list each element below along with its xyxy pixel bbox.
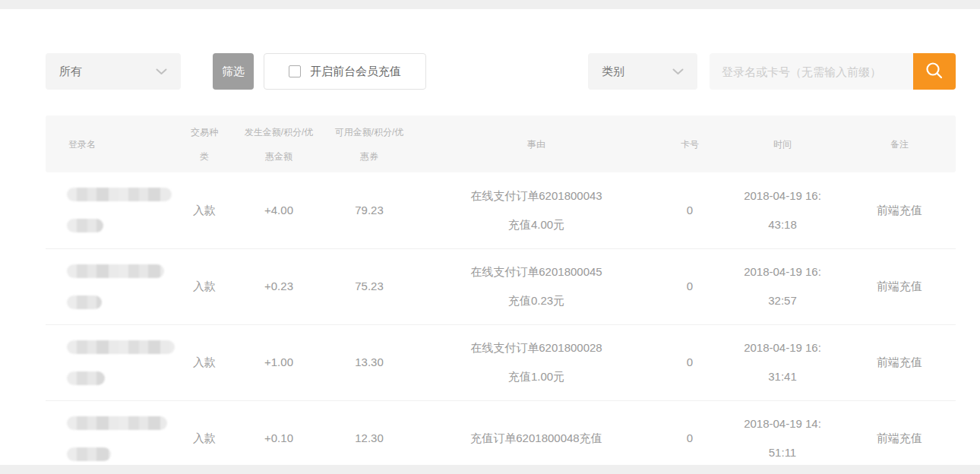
front-recharge-checkbox-group[interactable]: 开启前台会员充值: [264, 53, 426, 90]
search-group: [710, 53, 956, 90]
card-cell: 0: [658, 400, 722, 465]
redacted-login-line2: [67, 219, 103, 232]
reason-cell: 在线支付订单6201800045充值0.23元: [415, 248, 658, 324]
remark-cell: 前端充值: [843, 400, 956, 465]
available-cell: 75.23: [324, 248, 415, 324]
table-row: 入款 +4.00 79.23 在线支付订单6201800043充值4.00元 0…: [46, 172, 956, 248]
redacted-login-line1: [67, 264, 164, 278]
time-cell: 2018-04-19 16:32:57: [722, 248, 843, 324]
redacted-login-line1: [67, 416, 167, 430]
category-select[interactable]: 类别: [588, 53, 697, 90]
table-row: 入款 +0.23 75.23 在线支付订单6201800045充值0.23元 0…: [46, 248, 956, 324]
redacted-login-line2: [67, 447, 111, 461]
time-cell: 2018-04-19 16:31:41: [722, 324, 843, 400]
time-cell: 2018-04-19 16:43:18: [722, 172, 843, 248]
col-header-amount: 发生金额/积分/优惠金额: [234, 115, 324, 172]
content-card: 所有 筛选 开启前台会员充值 类别: [0, 9, 980, 465]
search-button[interactable]: [913, 53, 956, 90]
login-cell: [46, 324, 175, 400]
type-cell: 入款: [175, 172, 234, 248]
recharge-record-table: 登录名 交易种类 发生金额/积分/优惠金额 可用金额/积分/优惠券 事由 卡号 …: [46, 115, 956, 465]
col-header-time: 时间: [722, 115, 843, 172]
scope-select-value: 所有: [59, 65, 82, 79]
amount-cell: +0.23: [234, 248, 324, 324]
remark-cell: 前端充值: [843, 324, 956, 400]
col-header-login: 登录名: [46, 115, 175, 172]
col-header-type: 交易种类: [175, 115, 234, 172]
col-header-available: 可用金额/积分/优惠券: [324, 115, 415, 172]
col-header-card: 卡号: [658, 115, 722, 172]
redacted-login-line2: [67, 295, 102, 309]
table-row: 入款 +1.00 13.30 在线支付订单6201800028充值1.00元 0…: [46, 324, 956, 400]
type-cell: 入款: [175, 324, 234, 400]
reason-cell: 充值订单6201800048充值: [415, 400, 658, 465]
search-input[interactable]: [710, 53, 913, 90]
time-cell: 2018-04-19 14:51:11: [722, 400, 843, 465]
redacted-login-line2: [67, 371, 105, 385]
amount-cell: +1.00: [234, 324, 324, 400]
chevron-down-icon: [672, 68, 684, 75]
login-cell: [46, 248, 175, 324]
col-header-reason: 事由: [415, 115, 658, 172]
redacted-login-line1: [67, 188, 172, 201]
card-cell: 0: [658, 172, 722, 248]
toolbar: 所有 筛选 开启前台会员充值 类别: [46, 53, 956, 90]
card-cell: 0: [658, 248, 722, 324]
reason-cell: 在线支付订单6201800043充值4.00元: [415, 172, 658, 248]
amount-cell: +4.00: [234, 172, 324, 248]
reason-cell: 在线支付订单6201800028充值1.00元: [415, 324, 658, 400]
front-recharge-checkbox[interactable]: [289, 65, 301, 77]
available-cell: 79.23: [324, 172, 415, 248]
available-cell: 12.30: [324, 400, 415, 465]
scope-select[interactable]: 所有: [46, 53, 181, 90]
redacted-login-line1: [67, 340, 175, 354]
remark-cell: 前端充值: [843, 172, 956, 248]
available-cell: 13.30: [324, 324, 415, 400]
table-row: 入款 +0.10 12.30 充值订单6201800048充值 0 2018-0…: [46, 400, 956, 465]
type-cell: 入款: [175, 400, 234, 465]
filter-button[interactable]: 筛选: [213, 53, 254, 90]
amount-cell: +0.10: [234, 400, 324, 465]
col-header-remark: 备注: [843, 115, 956, 172]
login-cell: [46, 172, 175, 248]
card-cell: 0: [658, 324, 722, 400]
remark-cell: 前端充值: [843, 248, 956, 324]
table-header-row: 登录名 交易种类 发生金额/积分/优惠金额 可用金额/积分/优惠券 事由 卡号 …: [46, 115, 956, 172]
category-select-value: 类别: [602, 65, 624, 79]
login-cell: [46, 400, 175, 465]
type-cell: 入款: [175, 248, 234, 324]
chevron-down-icon: [156, 68, 167, 75]
front-recharge-checkbox-label: 开启前台会员充值: [310, 65, 401, 79]
search-icon: [925, 61, 944, 83]
